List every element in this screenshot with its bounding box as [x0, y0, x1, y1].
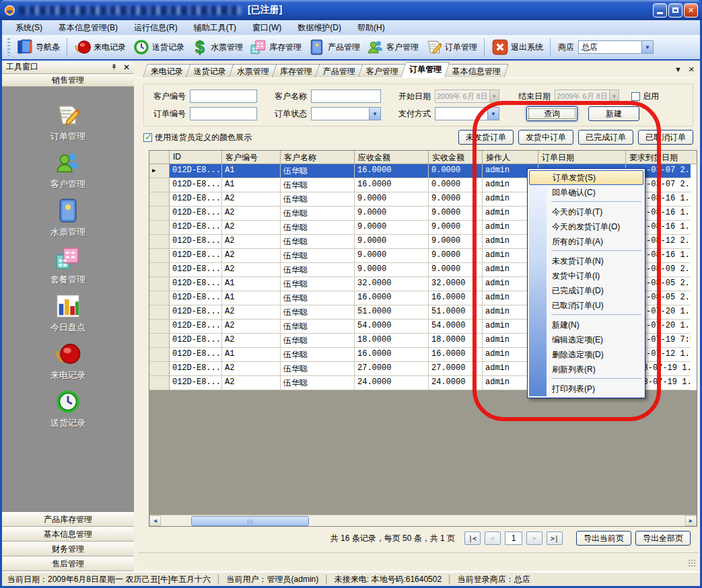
cell-customer-name[interactable]: 伍华聪 [281, 164, 355, 178]
row-selector-cell[interactable] [149, 305, 170, 320]
sidebar-item-combo-mgmt[interactable]: 套餐管理 [28, 245, 108, 286]
cell-receivable[interactable]: 16.0000 [355, 348, 429, 362]
grid-header-id[interactable]: ID [170, 151, 222, 163]
tab-water-ticket[interactable]: 水票管理 [229, 64, 277, 77]
close-button[interactable]: ✕ [684, 3, 698, 17]
cell-id[interactable]: 012D-E8... [170, 305, 222, 320]
cell-id[interactable]: 012D-E8... [170, 235, 222, 249]
cell-id[interactable]: 012D-E8... [170, 277, 222, 291]
row-selector-cell[interactable] [149, 178, 170, 192]
order-no-input[interactable] [190, 107, 257, 120]
toolbar-inventory-button[interactable]: 库存管理 [246, 36, 305, 58]
context-menu-item[interactable]: 编辑选定项(E) [529, 332, 643, 347]
cell-receivable[interactable]: 51.0000 [355, 305, 429, 320]
toolbar-nav-bar-button[interactable]: 导航条 [13, 36, 63, 58]
tab-customer[interactable]: 客户管理 [358, 64, 407, 77]
cell-customer-no[interactable]: A1 [222, 291, 281, 305]
context-menu-item[interactable]: 已取消订单(U) [529, 298, 643, 313]
chevron-down-icon[interactable]: ▼ [487, 108, 499, 120]
export-current-page-button[interactable]: 导出当前页 [576, 531, 631, 546]
tab-close-icon[interactable]: ✕ [689, 65, 695, 74]
unshipped-orders-button[interactable]: 未发货订单 [458, 130, 514, 145]
cell-customer-name[interactable]: 伍华聪 [281, 263, 355, 277]
new-button[interactable]: 新建 [588, 106, 639, 121]
cell-customer-no[interactable]: A2 [222, 305, 281, 320]
customer-name-input[interactable] [311, 89, 381, 103]
scrollbar-thumb[interactable] [191, 516, 309, 526]
context-menu-item[interactable]: 订单发货(S) [529, 170, 643, 185]
sidebar-item-customer-mgmt[interactable]: 客户管理 [28, 149, 108, 190]
toolbar-customer-button[interactable]: 客户管理 [363, 36, 422, 58]
row-selector-cell[interactable] [149, 192, 170, 207]
cell-received[interactable]: 0.0000 [429, 164, 483, 178]
context-menu-item[interactable]: 新建(N) [529, 318, 643, 332]
cell-customer-no[interactable]: A2 [222, 192, 281, 207]
cell-received[interactable]: 9.0000 [429, 221, 483, 235]
enable-date-checkbox[interactable] [631, 92, 640, 101]
row-selector-cell[interactable] [149, 277, 170, 291]
completed-orders-button[interactable]: 已完成订单 [578, 130, 633, 145]
sidebar-group-product-inventory[interactable]: 产品库存管理 [2, 512, 134, 527]
row-selector-cell[interactable] [149, 334, 170, 348]
cell-customer-no[interactable]: A2 [222, 362, 281, 376]
menu-runtime-info[interactable]: 运行信息(R) [127, 21, 184, 35]
pay-method-combobox[interactable]: ▼ [435, 107, 499, 120]
context-menu-item[interactable]: 今天的发货订单(O) [529, 219, 643, 234]
cell-received[interactable]: 27.0000 [429, 362, 483, 376]
cell-customer-no[interactable]: A2 [222, 376, 281, 390]
sidebar-group-basic-info[interactable]: 基本信息管理 [2, 527, 134, 542]
toolbar-delivery-log-button[interactable]: 送货记录 [129, 36, 188, 58]
tab-inventory[interactable]: 库存管理 [272, 64, 320, 77]
cell-customer-no[interactable]: A2 [222, 334, 281, 348]
grid-header-required-date[interactable]: 要求到货日期 [626, 151, 691, 163]
query-button[interactable]: 查询 [526, 106, 577, 121]
collapsed-panel-bar[interactable] [138, 552, 699, 570]
chevron-down-icon[interactable]: ▼ [641, 41, 653, 53]
cell-receivable[interactable]: 9.0000 [355, 207, 429, 221]
menu-system[interactable]: 系统(S) [9, 21, 49, 35]
cell-customer-no[interactable]: A1 [222, 348, 281, 362]
cell-id[interactable]: 012D-E8... [170, 249, 222, 263]
cell-id[interactable]: 012D-E8... [170, 376, 222, 390]
cell-receivable[interactable]: 9.0000 [355, 192, 429, 207]
cell-id[interactable]: 012D-E8... [170, 291, 222, 305]
shop-combobox[interactable]: 总店 ▼ [578, 40, 654, 54]
context-menu-item[interactable]: 今天的订单(T) [529, 205, 643, 219]
horizontal-scrollbar[interactable]: ◄ ► [149, 515, 697, 526]
cell-receivable[interactable]: 9.0000 [355, 249, 429, 263]
cell-customer-no[interactable]: A2 [222, 249, 281, 263]
context-menu-item[interactable]: 删除选定项(D) [529, 347, 643, 362]
cell-customer-no[interactable]: A1 [222, 178, 281, 192]
sidebar-group-finance[interactable]: 财务管理 [2, 542, 134, 556]
prev-page-button[interactable]: < [485, 531, 501, 545]
sidebar-group-after-sales[interactable]: 售后管理 [2, 556, 134, 571]
toolbar-water-ticket-button[interactable]: $ 水票管理 [188, 36, 246, 58]
tab-product[interactable]: 产品管理 [315, 64, 363, 77]
cell-receivable[interactable]: 16.0000 [355, 178, 429, 192]
context-menu-item[interactable]: 未发货订单(N) [529, 254, 643, 268]
menu-basic-info[interactable]: 基本信息管理(B) [52, 21, 125, 35]
cell-receivable[interactable]: 9.0000 [355, 235, 429, 249]
tab-order-mgmt[interactable]: 订单管理 [400, 62, 450, 77]
cell-received[interactable]: 16.0000 [429, 348, 483, 362]
minimize-button[interactable] [653, 3, 667, 17]
row-selector-cell[interactable] [149, 207, 170, 221]
cell-customer-no[interactable]: A2 [222, 320, 281, 334]
sidebar-section-sales[interactable]: 销售管理 [2, 74, 134, 87]
cell-id[interactable]: 012D-E8... [170, 320, 222, 334]
cell-customer-name[interactable]: 伍华聪 [281, 362, 355, 376]
cell-customer-name[interactable]: 伍华聪 [281, 348, 355, 362]
grid-header-received[interactable]: 实收金额 [429, 151, 483, 163]
cell-received[interactable]: 9.0000 [429, 192, 483, 207]
chevron-down-icon[interactable]: ▼ [369, 108, 380, 120]
close-icon[interactable]: ✕ [123, 63, 130, 72]
cell-receivable[interactable]: 9.0000 [355, 263, 429, 277]
context-menu-item[interactable]: 所有的订单(A) [529, 234, 643, 249]
context-menu-item[interactable]: 已完成订单(D) [529, 283, 643, 298]
tab-basic-info[interactable]: 基本信息管理 [444, 64, 509, 77]
pin-icon[interactable] [110, 63, 118, 71]
cell-id[interactable]: 012D-E8... [170, 348, 222, 362]
row-selector-cell[interactable] [149, 320, 170, 334]
cell-receivable[interactable]: 54.0000 [355, 320, 429, 334]
export-all-pages-button[interactable]: 导出全部页 [635, 531, 691, 546]
